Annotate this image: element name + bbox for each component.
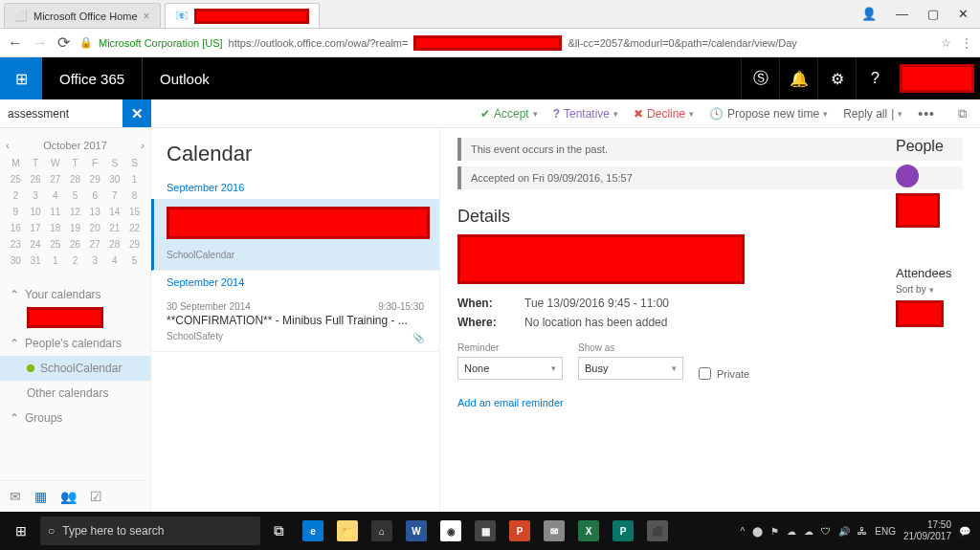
close-icon[interactable]: × [144, 10, 150, 23]
propose-time-button[interactable]: 🕓 Propose new time ▾ [709, 107, 828, 121]
mini-cal-day[interactable]: 19 [65, 220, 85, 236]
mini-cal-day[interactable]: 30 [6, 253, 26, 269]
your-calendars-header[interactable]: ⌃Your calendars [0, 282, 150, 307]
mini-cal-day[interactable]: 20 [85, 220, 105, 236]
action-center-icon[interactable]: 💬 [959, 526, 970, 537]
prev-month-icon[interactable]: ‹ [6, 140, 10, 151]
tray-icon[interactable]: 🛡 [821, 526, 831, 537]
mini-cal-day[interactable]: 14 [105, 204, 125, 220]
mini-cal-day[interactable]: 3 [26, 187, 46, 204]
mini-cal-day[interactable]: 30 [105, 171, 125, 187]
user-icon[interactable]: 👤 [861, 7, 877, 21]
taskbar-search[interactable]: ○ Type here to search [40, 517, 260, 545]
mini-cal-day[interactable]: 4 [45, 187, 65, 204]
showas-select[interactable]: Busy ▾ [578, 357, 683, 380]
menu-icon[interactable]: ⋮ [961, 36, 972, 50]
minimize-icon[interactable]: — [896, 7, 908, 21]
mini-cal-day[interactable]: 18 [45, 220, 65, 236]
taskbar-app-powerpoint[interactable]: P [503, 512, 536, 550]
skype-icon[interactable]: Ⓢ [741, 57, 779, 99]
browser-tab-active[interactable]: 📧 [165, 3, 320, 28]
maximize-icon[interactable]: ▢ [927, 7, 939, 21]
tentative-button[interactable]: ? Tentative ▾ [553, 107, 618, 121]
mini-cal-day[interactable]: 28 [105, 236, 125, 253]
mini-cal-day[interactable]: 9 [6, 204, 26, 220]
mini-cal-day[interactable]: 13 [85, 204, 105, 220]
taskbar-app[interactable]: ⬛ [641, 512, 674, 550]
taskbar-app[interactable]: ▦ [469, 512, 501, 550]
mail-icon[interactable]: ✉ [10, 489, 21, 504]
app-name[interactable]: Outlook [142, 57, 227, 99]
tasks-icon[interactable]: ☑ [90, 489, 102, 504]
taskbar-app-chrome[interactable]: ◉ [434, 512, 467, 550]
mini-cal-day[interactable]: 29 [85, 171, 105, 187]
taskbar-app-excel[interactable]: X [572, 512, 605, 550]
tray-lang[interactable]: ENG [875, 526, 896, 537]
event-item[interactable]: SchoolCalendar [151, 199, 439, 271]
tray-volume-icon[interactable]: 🔊 [838, 526, 850, 537]
notifications-icon[interactable]: 🔔 [779, 57, 817, 99]
settings-icon[interactable]: ⚙ [817, 57, 856, 99]
people-icon[interactable]: 👥 [60, 489, 77, 504]
mini-cal-day[interactable]: 29 [124, 236, 145, 253]
private-checkbox[interactable] [699, 367, 711, 380]
next-month-icon[interactable]: › [141, 140, 145, 151]
help-icon[interactable]: ? [856, 57, 894, 99]
mini-cal-day[interactable]: 28 [65, 171, 85, 187]
event-item[interactable]: 30 September 20149:30-15:30**CONFIRMATIO… [151, 294, 439, 352]
mini-cal-day[interactable]: 24 [26, 236, 46, 253]
organizer-avatar[interactable] [896, 165, 919, 187]
taskbar-app-mail[interactable]: ✉ [538, 512, 570, 550]
mini-cal-day[interactable]: 22 [124, 220, 145, 236]
mini-cal-day[interactable]: 11 [45, 204, 65, 220]
mini-cal-day[interactable]: 2 [65, 253, 85, 269]
mini-cal-day[interactable]: 26 [65, 236, 85, 253]
decline-button[interactable]: ✖ Decline ▾ [634, 107, 694, 121]
mini-cal-day[interactable]: 23 [6, 236, 26, 253]
mini-cal-day[interactable]: 16 [6, 220, 26, 236]
groups-header[interactable]: ⌃Groups [0, 406, 150, 430]
back-icon[interactable]: ← [8, 34, 23, 52]
mini-cal-day[interactable]: 5 [65, 187, 85, 204]
mini-cal-day[interactable]: 17 [26, 220, 46, 236]
popout-icon[interactable]: ⧉ [958, 106, 967, 121]
browser-tab[interactable]: ⬜ Microsoft Office Home × [4, 3, 161, 28]
mini-cal-grid[interactable]: MTWTFSS 25262728293012345678910111213141… [6, 155, 145, 269]
mini-cal-day[interactable]: 31 [26, 253, 46, 269]
start-button[interactable]: ⊞ [4, 523, 38, 539]
reply-all-button[interactable]: Reply all | ▾ [843, 107, 902, 121]
taskbar-app-store[interactable]: ⌂ [366, 512, 398, 550]
more-actions-button[interactable]: ••• [918, 106, 935, 121]
mini-cal-day[interactable]: 3 [85, 253, 105, 269]
taskbar-app-publisher[interactable]: P [607, 512, 639, 550]
clear-search-button[interactable]: ✕ [122, 99, 151, 127]
tray-icon[interactable]: ⬤ [752, 526, 763, 537]
taskbar-app[interactable]: e [297, 512, 329, 550]
mini-cal-day[interactable]: 4 [105, 253, 125, 269]
sort-by-button[interactable]: Sort by ▾ [896, 284, 963, 295]
add-email-reminder-link[interactable]: Add an email reminder [457, 397, 564, 408]
other-calendars-label[interactable]: Other calendars [0, 381, 150, 406]
mini-cal-day[interactable]: 10 [26, 204, 46, 220]
mini-cal-day[interactable]: 25 [6, 171, 26, 187]
mini-cal-day[interactable]: 27 [45, 171, 65, 187]
mini-cal-day[interactable]: 25 [45, 236, 65, 253]
reminder-select[interactable]: None ▾ [457, 357, 563, 380]
taskbar-app-word[interactable]: W [400, 512, 433, 550]
tray-icon[interactable]: ☁ [804, 526, 813, 537]
tray-icon[interactable]: ⚑ [770, 526, 779, 537]
tray-chevron-icon[interactable]: ^ [741, 526, 746, 537]
star-icon[interactable]: ☆ [941, 36, 951, 50]
task-view-icon[interactable]: ⧉ [262, 512, 295, 550]
reload-icon[interactable]: ⟳ [57, 33, 70, 52]
app-launcher-icon[interactable]: ⊞ [0, 57, 42, 99]
peoples-calendars-header[interactable]: ⌃People's calendars [0, 331, 150, 356]
taskbar-app-explorer[interactable]: 📁 [331, 512, 364, 550]
forward-icon[interactable]: → [33, 34, 48, 52]
url-input[interactable]: 🔒 Microsoft Corporation [US] https://out… [79, 35, 931, 51]
calendar-icon[interactable]: ▦ [34, 489, 47, 504]
mini-cal-day[interactable]: 2 [6, 187, 26, 204]
mini-cal-day[interactable]: 27 [85, 236, 105, 253]
search-input[interactable] [0, 99, 122, 127]
mini-cal-day[interactable]: 26 [26, 171, 46, 187]
